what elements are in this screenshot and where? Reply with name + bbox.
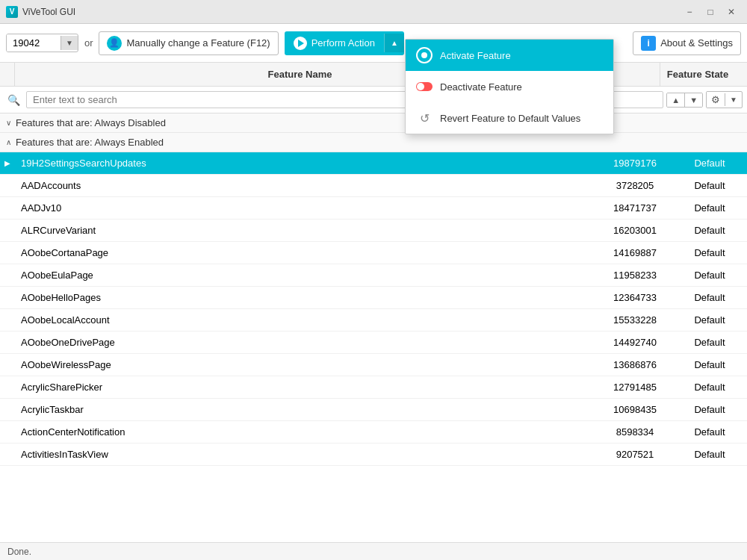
row-feature-id: 12791485 [598,382,672,393]
perform-action-icon [294,37,307,50]
row-feature-state: Default [672,292,747,303]
version-dropdown[interactable]: ▼ [6,34,78,52]
features-table[interactable]: ∨Features that are: Always Disabled∧Feat… [0,113,747,542]
group-label-0: Features that are: Always Disabled [16,117,166,128]
table-row[interactable]: AADAccounts3728205Default [0,175,747,197]
scrollbar-space [735,63,747,86]
table-row[interactable]: ALRCurveVariant16203001Default [0,220,747,242]
perform-action-dropdown: Activate Feature Deactivate Feature ↺ Re… [405,39,614,134]
row-feature-id: 9207521 [598,449,672,460]
activate-icon [416,47,433,63]
row-feature-state: Default [672,426,747,438]
row-feature-state: Default [672,180,747,191]
row-feature-id: 11958233 [598,270,672,281]
table-row[interactable]: AcrylicTaskbar10698435Default [0,399,747,421]
activate-icon-inner [421,52,427,58]
table-row[interactable]: AADJv1018471737Default [0,197,747,220]
manual-change-label: Manually change a Feature (F12) [126,37,270,49]
row-feature-name: AcrylicTaskbar [15,404,598,415]
version-input[interactable] [7,34,61,52]
table-row[interactable]: ▶19H2SettingsSearchUpdates19879176Defaul… [0,152,747,175]
col-header-feature-state: Feature State [660,63,735,86]
activate-feature-label: Activate Feature [440,50,511,61]
table-row[interactable]: ActivitiesInTaskView9207521Default [0,444,747,466]
row-feature-state: Default [672,404,747,415]
revert-feature-label: Revert Feature to Default Values [440,113,580,124]
deactivate-icon [416,78,433,95]
group-label-1: Features that are: Always Enabled [16,137,164,148]
play-triangle [298,40,304,47]
search-row: 🔍 ▲ ▼ ⚙ ▼ [0,87,747,113]
row-feature-name: AOobeEulaPage [15,270,598,281]
version-dropdown-arrow[interactable]: ▼ [61,36,78,50]
row-feature-name: AADJv10 [15,202,598,214]
manual-change-button[interactable]: 👤 Manually change a Feature (F12) [99,31,278,55]
row-feature-name: AOobeOneDrivePage [15,337,598,348]
activate-feature-item[interactable]: Activate Feature [406,40,613,71]
toolbar: ▼ or 👤 Manually change a Feature (F12) P… [0,24,747,63]
about-settings-button[interactable]: i About & Settings [633,31,741,55]
row-feature-name: AcrylicSharePicker [15,382,598,393]
sort-up-button[interactable]: ▲ [667,93,684,107]
row-feature-name: AOobeHelloPages [15,292,598,303]
group-chevron-1: ∧ [6,138,11,146]
or-label: or [84,37,93,49]
title-bar-title: ViVeTool GUI [22,7,75,17]
group-header-1[interactable]: ∧Features that are: Always Enabled [0,133,747,152]
row-feature-id: 14492740 [598,337,672,348]
table-row[interactable]: AcrylicSharePicker12791485Default [0,376,747,399]
row-feature-state: Default [672,382,747,393]
table-row[interactable]: AOobeCortanaPage14169887Default [0,242,747,264]
row-feature-state: Default [672,270,747,281]
row-feature-id: 10698435 [598,404,672,415]
app-icon: V [6,6,18,18]
manual-change-icon: 👤 [107,36,122,51]
table-row[interactable]: AOobeEulaPage11958233Default [0,264,747,287]
row-feature-name: ActivitiesInTaskView [15,449,598,460]
title-bar-left: V ViVeTool GUI [6,6,75,18]
row-feature-state: Default [672,337,747,348]
row-feature-id: 16203001 [598,225,672,236]
row-feature-state: Default [672,202,747,214]
row-feature-state: Default [672,247,747,258]
table-row[interactable]: AOobeOneDrivePage14492740Default [0,332,747,354]
group-chevron-0: ∨ [6,119,11,127]
table-row[interactable]: AOobeWirelessPage13686876Default [0,354,747,376]
gear-button-group: ⚙ ▼ [706,91,743,108]
deactivate-feature-item[interactable]: Deactivate Feature [406,71,613,102]
gear-button[interactable]: ⚙ [707,92,725,108]
row-feature-name: ActionCenterNotification [15,426,598,438]
revert-feature-item[interactable]: ↺ Revert Feature to Default Values [406,102,613,134]
table-row[interactable]: AOobeHelloPages12364733Default [0,287,747,309]
gear-dropdown-button[interactable]: ▼ [725,93,742,106]
row-feature-name: AADAccounts [15,180,598,191]
row-feature-state: Default [672,158,747,169]
row-feature-id: 3728205 [598,180,672,191]
column-headers: Feature Name Feature State [0,63,747,87]
status-text: Done. [7,547,31,557]
row-feature-state: Default [672,449,747,460]
perform-action-main[interactable]: Perform Action [285,31,384,55]
sort-buttons: ▲ ▼ [666,93,703,108]
table-row[interactable]: AOobeLocalAccount15533228Default [0,309,747,332]
close-button[interactable]: ✕ [722,4,741,19]
deactivate-feature-label: Deactivate Feature [440,81,522,93]
search-icon[interactable]: 🔍 [4,93,23,108]
minimize-button[interactable]: − [680,4,699,19]
row-feature-id: 18471737 [598,202,672,214]
perform-action-button[interactable]: Perform Action ▲ [285,31,404,55]
group-header-0[interactable]: ∨Features that are: Always Disabled [0,113,747,133]
row-arrow: ▶ [0,159,15,167]
maximize-button[interactable]: □ [701,4,720,19]
table-row[interactable]: ActionCenterNotification8598334Default [0,421,747,444]
row-feature-name: AOobeCortanaPage [15,247,598,258]
perform-action-arrow[interactable]: ▲ [384,34,404,52]
row-feature-id: 15533228 [598,314,672,326]
row-feature-state: Default [672,359,747,370]
sort-down-button[interactable]: ▼ [685,93,702,107]
row-feature-id: 13686876 [598,359,672,370]
title-bar-controls: − □ ✕ [680,4,741,19]
row-feature-name: AOobeWirelessPage [15,359,598,370]
revert-icon: ↺ [416,110,433,126]
status-bar: Done. [0,542,747,560]
